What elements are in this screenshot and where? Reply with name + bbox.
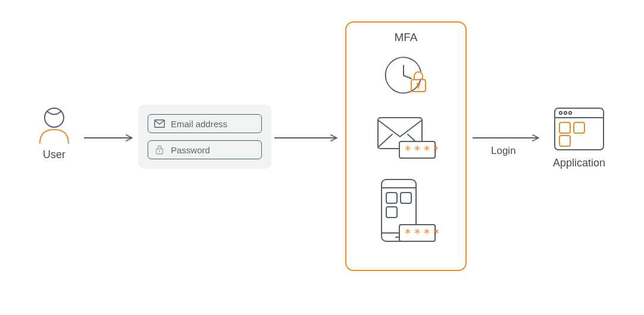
mfa-method-totp <box>382 53 430 97</box>
svg-rect-34 <box>559 136 570 146</box>
credentials-panel: Email address Password <box>138 105 271 169</box>
svg-line-8 <box>404 75 411 78</box>
email-code-icon: **** <box>374 114 437 160</box>
clock-lock-icon <box>382 53 430 97</box>
password-label: Password <box>171 145 210 155</box>
application-window-icon <box>552 106 606 152</box>
svg-rect-22 <box>401 193 411 203</box>
svg-rect-32 <box>559 122 570 133</box>
mfa-title: MFA <box>394 31 417 44</box>
svg-rect-27 <box>555 108 604 150</box>
diagram-stage: User Email address <box>0 0 644 315</box>
email-field: Email address <box>148 114 262 133</box>
user-label: User <box>33 149 75 161</box>
svg-point-31 <box>569 112 571 114</box>
login-label: Login <box>491 145 516 157</box>
lock-icon <box>154 144 165 155</box>
application-block: Application <box>546 106 612 169</box>
svg-point-29 <box>559 112 562 114</box>
application-label: Application <box>546 157 612 169</box>
mfa-method-email: **** <box>374 114 437 160</box>
user-icon <box>37 107 71 144</box>
envelope-icon <box>154 118 165 129</box>
svg-text:****: **** <box>404 226 439 240</box>
svg-rect-21 <box>386 193 397 203</box>
svg-point-30 <box>564 112 567 114</box>
password-field: Password <box>148 140 262 159</box>
svg-text:****: **** <box>404 143 437 157</box>
phone-code-icon: **** <box>373 177 439 247</box>
svg-rect-23 <box>386 207 397 218</box>
mfa-panel: MFA <box>345 21 467 271</box>
user-block: User <box>33 107 75 161</box>
arrow-credentials-to-mfa <box>274 134 342 135</box>
arrow-user-to-credentials <box>83 134 137 135</box>
email-label: Email address <box>171 119 227 129</box>
mfa-method-authenticator: **** <box>373 177 439 247</box>
arrow-mfa-to-app <box>472 134 543 135</box>
svg-line-13 <box>378 134 392 147</box>
svg-rect-33 <box>574 122 584 133</box>
